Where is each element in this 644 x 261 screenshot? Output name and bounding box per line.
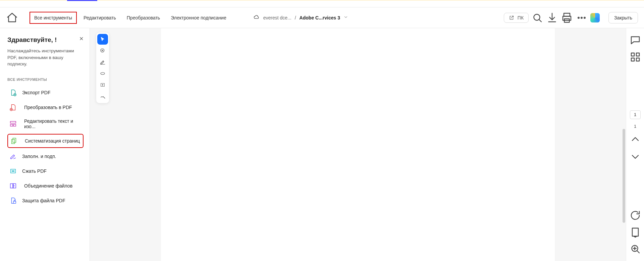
edit-text-icon <box>9 120 17 127</box>
thumbnails-panel-icon[interactable] <box>629 51 641 63</box>
tool-rail <box>96 32 109 103</box>
more-icon[interactable] <box>576 12 588 24</box>
convert-pdf-icon <box>9 104 17 111</box>
page-total: 1 <box>634 124 636 129</box>
tool-label: Заполн. и подп. <box>22 154 56 159</box>
fit-page-icon[interactable] <box>629 226 641 238</box>
fill-sign-icon <box>9 153 17 160</box>
close-panel-icon[interactable]: ✕ <box>79 36 84 42</box>
print-icon[interactable] <box>561 12 573 24</box>
tool-protect-pdf[interactable]: Защита файла PDF <box>7 194 84 207</box>
svg-rect-11 <box>13 124 16 126</box>
tool-compress-pdf[interactable]: Сжать PDF <box>7 165 84 177</box>
doc-name[interactable]: Adobe C...rvices 3 <box>300 15 340 20</box>
svg-point-19 <box>101 72 105 74</box>
compress-pdf-icon <box>9 167 17 175</box>
avatar[interactable] <box>590 13 600 22</box>
menu-convert[interactable]: Преобразовать <box>123 12 164 23</box>
close-button[interactable]: Закрыть <box>608 12 638 23</box>
tool-label: Защита файла PDF <box>22 198 65 203</box>
greeting: Здравствуйте, ! <box>7 36 84 44</box>
tool-label: Экспорт PDF <box>22 90 51 95</box>
draw-tool-icon[interactable] <box>97 68 108 79</box>
highlight-tool-icon[interactable] <box>97 57 108 67</box>
page-up-icon[interactable] <box>629 134 641 146</box>
page-canvas[interactable] <box>161 28 555 261</box>
greeting-sub: Наслаждайтесь инструментами PDF, включен… <box>7 48 84 67</box>
menu-all-tools[interactable]: Все инструменты <box>30 12 77 24</box>
svg-rect-10 <box>10 124 13 126</box>
protect-pdf-icon <box>9 197 17 204</box>
tool-organize-pages[interactable]: Систематизация страниц <box>7 134 84 148</box>
menu-esign[interactable]: Электронное подписание <box>167 12 230 23</box>
topbar: Все инструменты Редактировать Преобразов… <box>0 7 644 28</box>
section-label: ВСЕ ИНСТРУМЕНТЫ <box>7 77 84 82</box>
svg-point-5 <box>581 17 582 18</box>
zoom-icon[interactable] <box>629 243 641 255</box>
tool-combine-files[interactable]: Объединение файлов <box>7 179 84 192</box>
textbox-tool-icon[interactable] <box>97 80 108 90</box>
menu-edit[interactable]: Редактировать <box>79 12 120 23</box>
organize-pages-icon <box>10 137 17 145</box>
tool-label: Объединение файлов <box>24 183 72 189</box>
svg-rect-13 <box>12 139 15 144</box>
tool-label: Сжать PDF <box>22 168 47 174</box>
tool-label: Систематизация страниц <box>25 138 80 144</box>
sign-tool-icon[interactable] <box>97 91 108 102</box>
share-button-label: ПК <box>518 15 524 20</box>
comments-panel-icon[interactable] <box>629 34 641 46</box>
rotate-icon[interactable] <box>629 209 641 221</box>
scrollbar-thumb[interactable] <box>623 129 625 223</box>
select-tool-icon[interactable] <box>97 34 108 45</box>
svg-rect-21 <box>631 53 634 56</box>
tool-export-pdf[interactable]: Экспорт PDF <box>7 86 84 99</box>
share-button[interactable]: ПК <box>504 13 529 23</box>
svg-rect-1 <box>564 13 570 16</box>
tool-label: Редактировать текст и изо... <box>24 118 82 129</box>
tool-convert-pdf[interactable]: Преобразовать в PDF <box>7 101 84 114</box>
breadcrumb: everest dce... / Adobe C...rvices 3 <box>253 14 348 21</box>
svg-rect-25 <box>632 228 638 236</box>
search-icon[interactable] <box>531 12 543 24</box>
document-area <box>90 28 626 261</box>
svg-rect-23 <box>631 58 634 61</box>
svg-rect-9 <box>10 121 16 123</box>
home-icon[interactable] <box>6 12 18 24</box>
svg-rect-14 <box>11 169 16 173</box>
combine-files-icon <box>9 182 17 190</box>
page-down-icon[interactable] <box>629 150 641 162</box>
svg-point-4 <box>578 17 579 18</box>
svg-rect-22 <box>636 53 639 56</box>
export-pdf-icon <box>9 89 17 96</box>
chevron-down-icon[interactable] <box>343 15 348 20</box>
sidebar: ✕ Здравствуйте, ! Наслаждайтесь инструме… <box>0 28 90 261</box>
cloud-icon <box>253 14 260 21</box>
cloud-folder-label[interactable]: everest dce... <box>263 15 291 20</box>
download-icon[interactable] <box>546 12 558 24</box>
svg-rect-17 <box>13 201 16 203</box>
tool-edit-text[interactable]: Редактировать текст и изо... <box>7 116 84 132</box>
page-current-input[interactable]: 1 <box>630 110 641 119</box>
svg-point-6 <box>584 17 585 18</box>
comment-tool-icon[interactable] <box>97 45 108 56</box>
svg-rect-12 <box>13 138 16 142</box>
svg-point-0 <box>534 14 540 20</box>
svg-rect-24 <box>636 58 639 61</box>
tool-fill-sign[interactable]: Заполн. и подп. <box>7 150 84 163</box>
right-rail: 1 1 <box>626 28 644 261</box>
tool-label: Преобразовать в PDF <box>24 105 72 110</box>
